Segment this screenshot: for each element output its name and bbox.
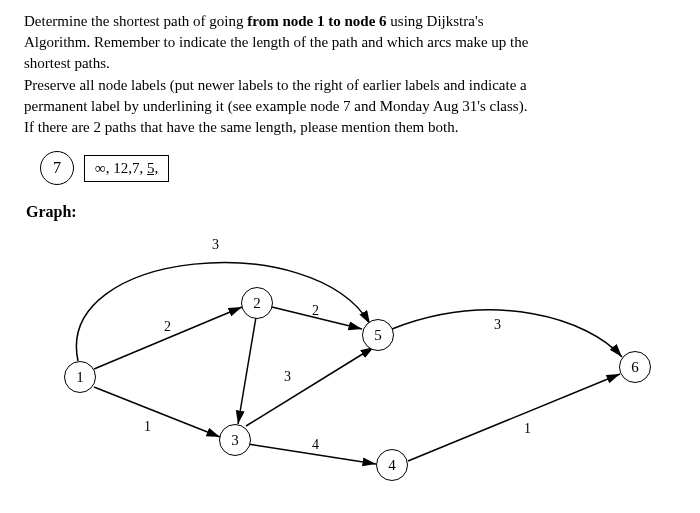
graph-area: 1 2 3 4 5 6 3 2 2 3 3 1 4 1 bbox=[24, 229, 664, 489]
edge-weight-5-6: 3 bbox=[494, 317, 501, 333]
graph-svg bbox=[24, 229, 664, 489]
graph-node-1: 1 bbox=[64, 361, 96, 393]
graph-node-3: 3 bbox=[219, 424, 251, 456]
problem-line-3: shortest paths. bbox=[24, 54, 680, 73]
example-node-7: 7 bbox=[40, 151, 74, 185]
node-3-label: 3 bbox=[231, 432, 239, 449]
node-4-label: 4 bbox=[388, 457, 396, 474]
node-1-label: 1 bbox=[76, 369, 84, 386]
example-row: 7 ∞, 12,7, 5, bbox=[40, 151, 680, 185]
edge-weight-3-4: 4 bbox=[312, 437, 319, 453]
problem-line-5: permanent label by underlining it (see e… bbox=[24, 97, 680, 116]
line1-bold: from node 1 to node 6 bbox=[247, 13, 386, 29]
graph-node-2: 2 bbox=[241, 287, 273, 319]
graph-node-6: 6 bbox=[619, 351, 651, 383]
example-box-b: 5, bbox=[147, 160, 158, 176]
edge-weight-1-5: 3 bbox=[212, 237, 219, 253]
node-6-label: 6 bbox=[631, 359, 639, 376]
line1-pre: Determine the shortest path of going bbox=[24, 13, 247, 29]
edge-weight-2-3: 3 bbox=[284, 369, 291, 385]
edge-weight-1-3: 1 bbox=[144, 419, 151, 435]
node-2-label: 2 bbox=[253, 295, 261, 312]
problem-line-6: If there are 2 paths that have the same … bbox=[24, 118, 680, 137]
problem-line-1: Determine the shortest path of going fro… bbox=[24, 12, 680, 31]
edge-weight-4-6: 1 bbox=[524, 421, 531, 437]
example-box-a: ∞, 12,7, bbox=[95, 160, 147, 176]
example-node-label: 7 bbox=[53, 159, 61, 177]
edge-weight-1-2: 2 bbox=[164, 319, 171, 335]
line1-post: using Dijkstra's bbox=[387, 13, 484, 29]
graph-title: Graph: bbox=[26, 203, 680, 221]
edge-weight-2-5: 2 bbox=[312, 303, 319, 319]
node-5-label: 5 bbox=[374, 327, 382, 344]
example-label-box: ∞, 12,7, 5, bbox=[84, 155, 169, 182]
problem-line-2: Algorithm. Remember to indicate the leng… bbox=[24, 33, 680, 52]
graph-node-4: 4 bbox=[376, 449, 408, 481]
graph-node-5: 5 bbox=[362, 319, 394, 351]
problem-line-4: Preserve all node labels (put newer labe… bbox=[24, 76, 680, 95]
